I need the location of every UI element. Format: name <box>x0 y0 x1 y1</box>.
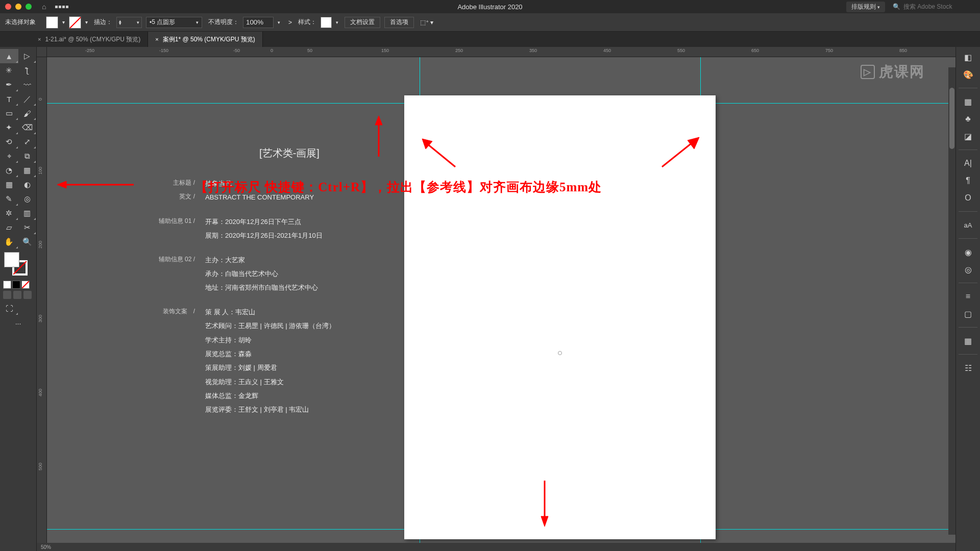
slice-tool[interactable]: ✂ <box>18 220 37 235</box>
shape-builder-tool[interactable]: ◔ <box>0 163 18 178</box>
stroke-swatch[interactable] <box>69 16 81 29</box>
artboard-tool[interactable]: ▱ <box>0 220 18 235</box>
draw-normal-button[interactable] <box>3 291 11 299</box>
curvature-tool[interactable]: 〰 <box>18 78 37 92</box>
screen-mode-button[interactable]: ⛶ <box>0 301 18 315</box>
style-dropdown[interactable]: ▾ <box>336 20 338 25</box>
app-grid-icon[interactable] <box>55 6 68 8</box>
opentype-panel-icon[interactable]: O <box>962 192 974 204</box>
titlebar: ⌂ Adobe Illustrator 2020 排版规则 ▾ 🔍 <box>0 0 980 13</box>
panel-title: [艺术类-画展] <box>144 144 435 162</box>
eyedropper-tool[interactable]: ✎ <box>0 192 18 206</box>
document-setup-button[interactable]: 文档设置 <box>345 17 380 28</box>
options-bar: 未选择对象 ▾ ▾ 描边： ▴▾ ▾ • 5 点圆形 ▾ 不透明度： ▾ > 样… <box>0 13 980 32</box>
close-tab-icon[interactable]: × <box>38 36 41 42</box>
watermark-icon: ▷ <box>861 65 875 79</box>
vertical-scrollbar[interactable] <box>948 67 955 535</box>
close-window-button[interactable] <box>5 4 11 10</box>
tab-doc-2[interactable]: × 案例1* @ 50% (CMYK/GPU 预览) <box>148 32 262 47</box>
paragraph-panel-icon[interactable]: ¶ <box>962 174 974 187</box>
layout-rules-dropdown[interactable]: 排版规则 ▾ <box>846 2 885 12</box>
color-mode-button[interactable] <box>3 281 11 289</box>
annotation-text: 【打开标尺 快捷键：Ctrl+R】，拉出【参考线】对齐画布边缘5mm处 <box>195 179 602 195</box>
fill-stroke-proxy[interactable] <box>4 252 28 276</box>
gradient-tool[interactable]: ◐ <box>18 178 37 192</box>
edit-toolbar-button[interactable]: ··· <box>3 318 33 329</box>
align-icon[interactable]: ⬚⁺ ▾ <box>420 19 433 26</box>
brushes-panel-icon[interactable]: ♣ <box>962 113 974 125</box>
eraser-tool[interactable]: ⌫ <box>18 120 37 135</box>
symbols-panel-icon[interactable]: ◪ <box>962 130 974 142</box>
stroke-weight-input[interactable]: ▴▾ ▾ <box>116 17 142 28</box>
magic-wand-tool[interactable]: ✳ <box>0 63 18 78</box>
selection-tool[interactable]: ▲ <box>0 49 18 63</box>
mesh-tool[interactable]: ▦ <box>0 178 18 192</box>
shaper-tool[interactable]: ✦ <box>0 120 18 135</box>
stroke-dropdown[interactable]: ▾ <box>85 19 88 25</box>
svg-marker-1 <box>57 181 66 188</box>
style-swatch[interactable] <box>321 17 332 28</box>
preferences-button[interactable]: 首选项 <box>384 17 414 28</box>
free-transform-tool[interactable]: ⧉ <box>18 149 37 163</box>
fill-proxy[interactable] <box>4 252 19 267</box>
properties-panel-icon[interactable]: ◧ <box>962 51 974 63</box>
maximize-window-button[interactable] <box>26 4 32 10</box>
graphic-styles-panel-icon[interactable]: ◎ <box>962 263 974 276</box>
line-tool[interactable]: ／ <box>18 92 37 106</box>
character-panel-icon[interactable]: A| <box>962 157 974 169</box>
annotation-arrow-left <box>57 177 134 192</box>
opacity-input[interactable] <box>243 17 274 28</box>
viewport[interactable]: [艺术类-画展] 主标题 /抽象当代 英文 /ABSTRACT THE CONT… <box>47 57 955 543</box>
adobe-stock-search-input[interactable] <box>903 3 975 10</box>
swatches-panel-icon[interactable]: ▦ <box>962 95 974 108</box>
appearance-panel-icon[interactable]: ◉ <box>962 246 974 258</box>
gradient-mode-button[interactable] <box>12 281 20 289</box>
artboards-panel-icon[interactable]: ▦ <box>962 335 974 347</box>
pen-tool[interactable]: ✒ <box>0 78 18 92</box>
artboard-center-marker <box>558 351 562 355</box>
ruler-origin[interactable] <box>37 47 47 57</box>
horizontal-ruler[interactable]: -250 -150 -50 0 50 150 250 350 450 550 6… <box>47 47 955 57</box>
type-tool[interactable]: T <box>0 92 18 106</box>
home-icon[interactable]: ⌂ <box>42 3 46 11</box>
stroke-profile-dropdown[interactable]: • 5 点圆形 ▾ <box>146 17 202 28</box>
brush-tool[interactable]: 🖌 <box>18 106 37 120</box>
stroke-label: 描边： <box>94 18 112 27</box>
hand-tool[interactable]: ✋ <box>0 235 18 249</box>
none-mode-button[interactable] <box>21 281 30 289</box>
tab-doc-1[interactable]: × 1-21.ai* @ 50% (CMYK/GPU 预览) <box>31 32 148 47</box>
blend-tool[interactable]: ◎ <box>18 192 37 206</box>
opacity-dropdown[interactable]: ▾ <box>278 20 280 25</box>
scrollbar-thumb[interactable] <box>949 88 954 149</box>
rotate-tool[interactable]: ⟲ <box>0 135 18 149</box>
zoom-level[interactable]: 50% <box>41 544 51 550</box>
scale-tool[interactable]: ⤢ <box>18 135 37 149</box>
layers-panel-icon[interactable]: ≡ <box>962 290 974 303</box>
canvas-area: -250 -150 -50 0 50 150 250 350 450 550 6… <box>37 47 955 551</box>
symbol-sprayer-tool[interactable]: ✲ <box>0 206 18 220</box>
asset-export-panel-icon[interactable]: ▢ <box>962 308 974 320</box>
fill-swatch[interactable] <box>46 16 58 29</box>
vertical-ruler[interactable]: 0 100 200 300 400 500 <box>37 57 47 551</box>
search-icon[interactable]: 🔍 <box>893 3 900 10</box>
lasso-tool[interactable]: ƪ <box>18 63 37 78</box>
rectangle-tool[interactable]: ▭ <box>0 106 18 120</box>
fill-dropdown[interactable]: ▾ <box>62 19 65 25</box>
minimize-window-button[interactable] <box>15 4 21 10</box>
draw-inside-button[interactable] <box>23 291 32 299</box>
glyphs-panel-icon[interactable]: aA <box>962 219 974 231</box>
graph-tool[interactable]: ▥ <box>18 206 37 220</box>
watermark: ▷ 虎课网 <box>861 62 925 82</box>
draw-behind-button[interactable] <box>13 291 21 299</box>
width-tool[interactable]: ⌖ <box>0 149 18 163</box>
color-panel-icon[interactable]: 🎨 <box>962 68 974 81</box>
status-bar: 50% <box>37 543 955 551</box>
window-controls <box>5 4 32 10</box>
direct-selection-tool[interactable]: ▷ <box>18 49 37 63</box>
close-tab-icon[interactable]: × <box>155 36 158 42</box>
zoom-tool[interactable]: 🔍 <box>18 235 37 249</box>
annotation-arrow-up1 <box>371 116 386 157</box>
libraries-panel-icon[interactable]: ☷ <box>962 362 974 374</box>
toolbox: ▲▷ ✳ƪ ✒〰 T／ ▭🖌 ✦⌫ ⟲⤢ ⌖⧉ ◔▦ ▦◐ ✎◎ ✲▥ ▱✂ ✋… <box>0 47 37 551</box>
perspective-tool[interactable]: ▦ <box>18 163 37 178</box>
